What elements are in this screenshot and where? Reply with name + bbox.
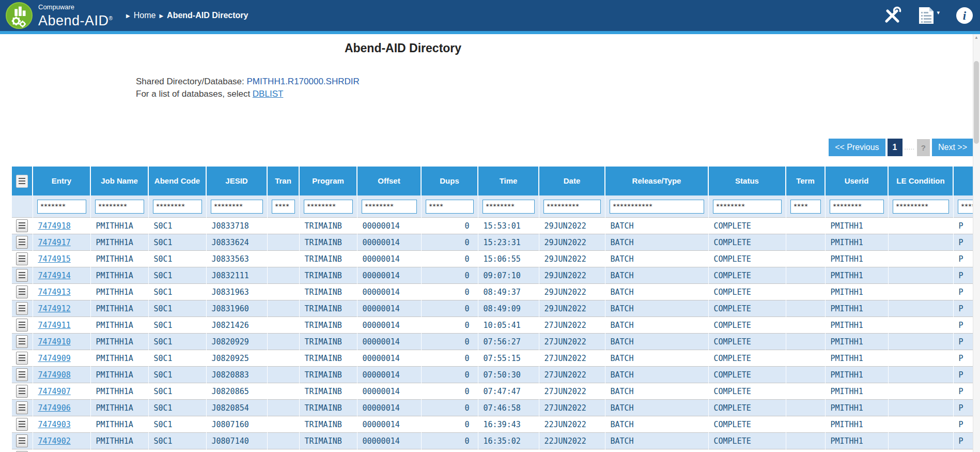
row-menu-icon[interactable] xyxy=(16,385,28,398)
scrollbar-up-arrow-icon[interactable]: ▲ xyxy=(973,34,979,41)
cell-userid: PMITHH1 xyxy=(825,251,888,267)
filter-input-userid[interactable] xyxy=(830,200,884,214)
row-menu-icon[interactable] xyxy=(16,252,28,265)
entry-column-header[interactable]: Entry xyxy=(33,167,90,195)
cell-tran xyxy=(267,383,299,400)
previous-page-button[interactable]: << Previous xyxy=(829,139,885,156)
cell-jesid: J0832111 xyxy=(206,267,267,284)
le-condition-column-header[interactable]: LE Condition xyxy=(888,167,953,195)
filter-input-time[interactable] xyxy=(483,200,535,214)
row-menu-icon[interactable] xyxy=(16,236,28,249)
table-menu-icon[interactable] xyxy=(16,175,28,188)
filter-input-release-type[interactable] xyxy=(610,200,704,214)
tran-column-header[interactable]: Tran xyxy=(267,167,299,195)
filter-input-le-condition[interactable] xyxy=(893,200,949,214)
program-column-header[interactable]: Program xyxy=(299,167,357,195)
directory-info: Shared Directory/Database: PMITHH1.R1700… xyxy=(136,76,360,100)
row-menu-icon[interactable] xyxy=(16,352,28,365)
reports-icon[interactable]: ▾ xyxy=(917,6,940,25)
entry-link[interactable]: 7474915 xyxy=(38,254,71,264)
filter-input-program[interactable] xyxy=(304,200,353,214)
offset-column-header[interactable]: Offset xyxy=(357,167,421,195)
cell-term xyxy=(786,350,825,367)
cell-entry: 7474914 xyxy=(33,267,90,284)
dups-column-header[interactable]: Dups xyxy=(421,167,478,195)
dblist-link[interactable]: DBLIST xyxy=(253,89,284,99)
cell-tran xyxy=(267,251,299,267)
next-page-button[interactable]: Next >> xyxy=(932,139,973,156)
cell-menu xyxy=(12,218,33,234)
filter-input-offset[interactable] xyxy=(362,200,417,214)
entry-link[interactable]: 7474918 xyxy=(38,221,71,231)
current-page-button[interactable]: 1 xyxy=(888,139,903,156)
cell-extra: P xyxy=(953,334,973,350)
filter-input-extra[interactable] xyxy=(958,200,974,214)
table-row: 7474917PMITHH1AS0C1J0833624TRIMAINB00000… xyxy=(12,234,973,251)
vertical-scrollbar-thumb[interactable] xyxy=(974,61,979,144)
vertical-scrollbar[interactable]: ▲ xyxy=(973,34,980,452)
entry-link[interactable]: 7474917 xyxy=(38,238,71,247)
breadcrumb: ▶Home▶Abend-AID Directory xyxy=(122,0,248,31)
cell-program: TRIMAINB xyxy=(299,334,357,350)
filter-cell-offset xyxy=(357,195,421,218)
row-menu-icon[interactable] xyxy=(16,335,28,348)
breadcrumb-item-abend-aid-directory[interactable]: Abend-AID Directory xyxy=(167,11,248,20)
cell-dups: 0 xyxy=(421,433,478,449)
cell-menu xyxy=(12,449,33,452)
info-icon[interactable]: i xyxy=(955,6,974,25)
cell-offset: 00000014 xyxy=(357,433,421,449)
entry-link[interactable]: 7474911 xyxy=(38,321,71,330)
row-menu-icon[interactable] xyxy=(16,285,28,298)
extra-column-header[interactable] xyxy=(953,167,973,195)
entry-link[interactable]: 7474912 xyxy=(38,304,71,313)
filter-input-jesid[interactable] xyxy=(211,200,263,214)
unknown-pages-button[interactable]: ? xyxy=(917,139,930,156)
cell-offset: 00000014 xyxy=(357,400,421,416)
row-menu-icon[interactable] xyxy=(16,401,28,414)
cell-extra: P xyxy=(953,416,973,433)
status-column-header[interactable]: Status xyxy=(708,167,786,195)
entry-link[interactable]: 7474908 xyxy=(38,370,71,380)
entry-link[interactable]: 7474910 xyxy=(38,337,71,346)
filter-input-abend-code[interactable] xyxy=(153,200,202,214)
cell-status: COMPLETE xyxy=(708,234,786,251)
filter-input-date[interactable] xyxy=(543,200,601,214)
filter-input-tran[interactable] xyxy=(272,200,295,214)
filter-input-entry[interactable] xyxy=(37,200,86,214)
row-menu-icon[interactable] xyxy=(16,418,28,431)
row-menu-icon[interactable] xyxy=(16,368,28,381)
filter-input-dups[interactable] xyxy=(426,200,474,214)
cell-tran xyxy=(267,367,299,383)
term-column-header[interactable]: Term xyxy=(786,167,825,195)
release-type-column-header[interactable]: Release/Type xyxy=(605,167,708,195)
row-menu-icon[interactable] xyxy=(16,219,28,232)
entry-link[interactable]: 7474906 xyxy=(38,403,71,413)
entry-link[interactable]: 7474909 xyxy=(38,354,71,363)
entry-link[interactable]: 7474903 xyxy=(38,420,71,429)
cell-program: TRIMAINB xyxy=(299,416,357,433)
cell-extra: P xyxy=(953,267,973,284)
breadcrumb-item-home[interactable]: Home xyxy=(134,11,156,20)
row-menu-icon[interactable] xyxy=(16,434,28,447)
jesid-column-header[interactable]: JESID xyxy=(206,167,267,195)
filter-input-job-name[interactable] xyxy=(95,200,144,214)
cell-dups: 0 xyxy=(421,367,478,383)
abend-code-column-header[interactable]: Abend Code xyxy=(148,167,206,195)
table-row: 7474909PMITHH1AS0C1J0820925TRIMAINB00000… xyxy=(12,350,973,367)
cell-term xyxy=(786,317,825,334)
time-column-header[interactable]: Time xyxy=(478,167,539,195)
userid-column-header[interactable]: Userid xyxy=(825,167,888,195)
entry-link[interactable]: 7474914 xyxy=(38,271,71,280)
row-menu-icon[interactable] xyxy=(16,319,28,332)
filter-input-status[interactable] xyxy=(713,200,782,214)
job-name-column-header[interactable]: Job Name xyxy=(90,167,148,195)
tools-icon[interactable] xyxy=(883,6,901,25)
reports-caret-icon: ▾ xyxy=(937,9,940,16)
filter-input-term[interactable] xyxy=(790,200,821,214)
row-menu-icon[interactable] xyxy=(16,302,28,315)
row-menu-icon[interactable] xyxy=(16,269,28,282)
entry-link[interactable]: 7474902 xyxy=(38,436,71,446)
entry-link[interactable]: 7474907 xyxy=(38,387,71,396)
entry-link[interactable]: 7474913 xyxy=(38,288,71,297)
date-column-header[interactable]: Date xyxy=(539,167,605,195)
